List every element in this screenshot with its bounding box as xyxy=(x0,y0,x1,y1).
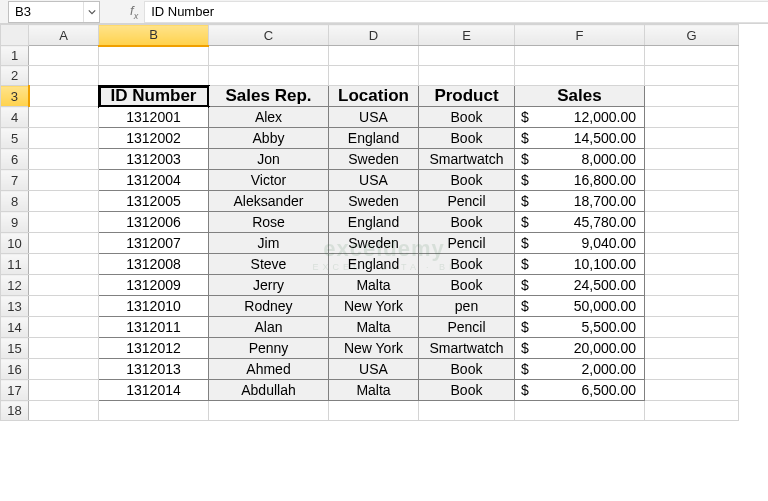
cell-F7[interactable]: $16,800.00 xyxy=(515,170,645,191)
cell-G1[interactable] xyxy=(645,46,739,66)
cell-C16[interactable]: Ahmed xyxy=(209,359,329,380)
cell-E1[interactable] xyxy=(419,46,515,66)
cell-F17[interactable]: $6,500.00 xyxy=(515,380,645,401)
cell-C12[interactable]: Jerry xyxy=(209,275,329,296)
cell-B11[interactable]: 1312008 xyxy=(99,254,209,275)
cell-G4[interactable] xyxy=(645,107,739,128)
column-header-C[interactable]: C xyxy=(209,25,329,46)
cell-E9[interactable]: Book xyxy=(419,212,515,233)
cell-F16[interactable]: $2,000.00 xyxy=(515,359,645,380)
cell-F9[interactable]: $45,780.00 xyxy=(515,212,645,233)
cell-C5[interactable]: Abby xyxy=(209,128,329,149)
cell-D9[interactable]: England xyxy=(329,212,419,233)
row-header-10[interactable]: 10 xyxy=(1,233,29,254)
cell-A8[interactable] xyxy=(29,191,99,212)
cell-D1[interactable] xyxy=(329,46,419,66)
cell-B16[interactable]: 1312013 xyxy=(99,359,209,380)
cell-E7[interactable]: Book xyxy=(419,170,515,191)
row-header-9[interactable]: 9 xyxy=(1,212,29,233)
cell-E5[interactable]: Book xyxy=(419,128,515,149)
cell-A1[interactable] xyxy=(29,46,99,66)
column-header-B[interactable]: B xyxy=(99,25,209,46)
cell-G13[interactable] xyxy=(645,296,739,317)
cell-E3[interactable]: Product xyxy=(419,86,515,107)
cell-G8[interactable] xyxy=(645,191,739,212)
fx-icon[interactable]: fx xyxy=(130,3,138,21)
cell-D5[interactable]: England xyxy=(329,128,419,149)
cell-B15[interactable]: 1312012 xyxy=(99,338,209,359)
cell-B8[interactable]: 1312005 xyxy=(99,191,209,212)
cell-B1[interactable] xyxy=(99,46,209,66)
cell-E17[interactable]: Book xyxy=(419,380,515,401)
cell-E6[interactable]: Smartwatch xyxy=(419,149,515,170)
cell-E8[interactable]: Pencil xyxy=(419,191,515,212)
cell-C1[interactable] xyxy=(209,46,329,66)
row-header-1[interactable]: 1 xyxy=(1,46,29,66)
cell-G3[interactable] xyxy=(645,86,739,107)
cell-G18[interactable] xyxy=(645,401,739,421)
cell-G9[interactable] xyxy=(645,212,739,233)
cell-D11[interactable]: England xyxy=(329,254,419,275)
cell-B13[interactable]: 1312010 xyxy=(99,296,209,317)
cell-B18[interactable] xyxy=(99,401,209,421)
row-header-15[interactable]: 15 xyxy=(1,338,29,359)
cell-F15[interactable]: $20,000.00 xyxy=(515,338,645,359)
cell-G14[interactable] xyxy=(645,317,739,338)
cell-A5[interactable] xyxy=(29,128,99,149)
cell-E13[interactable]: pen xyxy=(419,296,515,317)
cell-G15[interactable] xyxy=(645,338,739,359)
cell-G17[interactable] xyxy=(645,380,739,401)
name-box[interactable]: B3 xyxy=(8,1,100,23)
cell-D15[interactable]: New York xyxy=(329,338,419,359)
row-header-12[interactable]: 12 xyxy=(1,275,29,296)
cell-F13[interactable]: $50,000.00 xyxy=(515,296,645,317)
row-header-2[interactable]: 2 xyxy=(1,66,29,86)
cell-F14[interactable]: $5,500.00 xyxy=(515,317,645,338)
row-header-13[interactable]: 13 xyxy=(1,296,29,317)
column-header-F[interactable]: F xyxy=(515,25,645,46)
cell-A9[interactable] xyxy=(29,212,99,233)
cell-A6[interactable] xyxy=(29,149,99,170)
cell-D12[interactable]: Malta xyxy=(329,275,419,296)
cell-E2[interactable] xyxy=(419,66,515,86)
column-header-D[interactable]: D xyxy=(329,25,419,46)
formula-bar[interactable]: ID Number xyxy=(144,1,768,23)
cell-E14[interactable]: Pencil xyxy=(419,317,515,338)
cell-B6[interactable]: 1312003 xyxy=(99,149,209,170)
cell-F2[interactable] xyxy=(515,66,645,86)
row-header-17[interactable]: 17 xyxy=(1,380,29,401)
cell-C6[interactable]: Jon xyxy=(209,149,329,170)
cell-C17[interactable]: Abdullah xyxy=(209,380,329,401)
cell-D6[interactable]: Sweden xyxy=(329,149,419,170)
cell-D14[interactable]: Malta xyxy=(329,317,419,338)
cell-C2[interactable] xyxy=(209,66,329,86)
cell-C18[interactable] xyxy=(209,401,329,421)
cell-F3[interactable]: Sales xyxy=(515,86,645,107)
row-header-11[interactable]: 11 xyxy=(1,254,29,275)
cell-C4[interactable]: Alex xyxy=(209,107,329,128)
cell-A3[interactable] xyxy=(29,86,99,107)
cell-D16[interactable]: USA xyxy=(329,359,419,380)
cell-A12[interactable] xyxy=(29,275,99,296)
row-header-4[interactable]: 4 xyxy=(1,107,29,128)
cell-B17[interactable]: 1312014 xyxy=(99,380,209,401)
cell-G12[interactable] xyxy=(645,275,739,296)
cell-C3[interactable]: Sales Rep. xyxy=(209,86,329,107)
cell-B10[interactable]: 1312007 xyxy=(99,233,209,254)
cell-G16[interactable] xyxy=(645,359,739,380)
cell-C11[interactable]: Steve xyxy=(209,254,329,275)
cell-C9[interactable]: Rose xyxy=(209,212,329,233)
row-header-6[interactable]: 6 xyxy=(1,149,29,170)
cell-D7[interactable]: USA xyxy=(329,170,419,191)
select-all-corner[interactable] xyxy=(1,25,29,46)
cell-E18[interactable] xyxy=(419,401,515,421)
cell-D17[interactable]: Malta xyxy=(329,380,419,401)
cell-C7[interactable]: Victor xyxy=(209,170,329,191)
cell-E12[interactable]: Book xyxy=(419,275,515,296)
cell-C10[interactable]: Jim xyxy=(209,233,329,254)
column-header-G[interactable]: G xyxy=(645,25,739,46)
cell-D13[interactable]: New York xyxy=(329,296,419,317)
cell-F8[interactable]: $18,700.00 xyxy=(515,191,645,212)
cell-A4[interactable] xyxy=(29,107,99,128)
cell-F10[interactable]: $9,040.00 xyxy=(515,233,645,254)
